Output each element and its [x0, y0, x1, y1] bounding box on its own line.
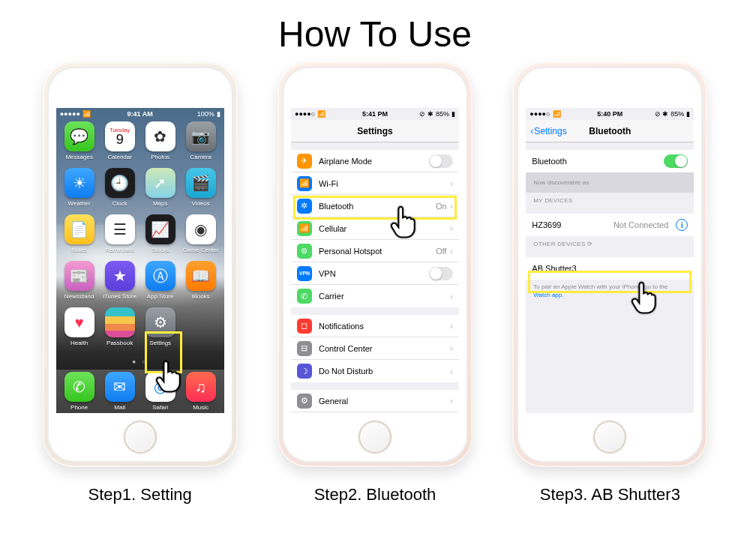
messages-icon: 💬	[64, 121, 94, 151]
chevron-right-icon: ›	[450, 395, 453, 406]
app-itunesstore[interactable]: ★iTunes Store	[101, 261, 139, 300]
app-reminders[interactable]: ☰Reminders	[101, 214, 139, 253]
app-newsstand[interactable]: 📰Newsstand	[61, 261, 98, 300]
settings-row-notifications[interactable]: ◻Notifications›	[291, 315, 459, 337]
app-notes[interactable]: 📄Notes	[61, 214, 98, 253]
newsstand-icon: 📰	[64, 261, 94, 291]
app-weather[interactable]: ☀Weather	[61, 168, 98, 207]
device-name: HZ3699	[532, 220, 614, 229]
device-row-hz3699[interactable]: HZ3699Not Connectedi	[526, 214, 694, 236]
page-dots: ● ○	[56, 358, 224, 365]
settings-row-bluetooth[interactable]: ✲BluetoothOn›	[291, 195, 459, 217]
settings-row-display-brightness[interactable]: ᴀADisplay & Brightness›	[291, 412, 459, 413]
settings-list: ✈Airplane Mode📶Wi-Fi›✲BluetoothOn›📶Cellu…	[291, 150, 459, 413]
app-messages[interactable]: 💬Messages	[61, 121, 98, 160]
bluetooth-toggle[interactable]	[664, 154, 688, 168]
calendar-icon: Tuesday9	[105, 121, 135, 151]
bluetooth-icon: ✲	[297, 199, 312, 214]
app-passbook[interactable]: Passbook	[101, 307, 139, 346]
music-icon: ♫	[186, 372, 216, 402]
chevron-right-icon: ›	[450, 223, 453, 234]
dock-phone[interactable]: ✆Phone	[64, 372, 94, 411]
ibooks-icon: 📖	[186, 261, 216, 291]
nav-title: Bluetooth	[589, 126, 631, 136]
row-value: Off	[436, 247, 446, 256]
safari-icon: ◎	[146, 372, 176, 402]
clock-icon: 🕘	[105, 168, 135, 198]
settings-gear-icon: ⚙	[146, 307, 176, 337]
chevron-right-icon: ›	[450, 245, 453, 256]
row-label: Airplane Mode	[319, 157, 429, 166]
app-gamecenter[interactable]: ◉Game Center	[182, 214, 220, 253]
status-bar: ●●●●○ 📶 5:41 PM ⊘ ✱ 85% ▮	[291, 108, 459, 120]
dock-safari[interactable]: ◎Safari	[146, 372, 176, 411]
health-icon: ♥	[64, 307, 94, 337]
app-appstore[interactable]: ⒶApp Store	[142, 261, 179, 300]
toggle[interactable]	[429, 267, 453, 280]
iphone-gold: ●●●●● 📶 9:41 AM 100% ▮ 💬Messages Tuesday…	[43, 62, 238, 467]
device-row-ab-shutter3[interactable]: AB Shutter3	[526, 257, 694, 280]
carrier-icon: ✆	[297, 289, 312, 304]
iphone-rose: ●●●●○ 📶 5:40 PM ⊘ ✱ 85% ▮ ‹Settings Blue…	[512, 62, 707, 467]
dock-music[interactable]: ♫Music	[186, 372, 216, 411]
home-button[interactable]	[593, 421, 626, 454]
row-label: Do Not Disturb	[319, 367, 450, 376]
app-camera[interactable]: 📷Camera	[182, 121, 220, 160]
device-name: AB Shutter3	[532, 264, 688, 273]
row-label: Bluetooth	[319, 202, 436, 211]
app-ibooks[interactable]: 📖iBooks	[182, 261, 220, 300]
home-button[interactable]	[358, 421, 392, 454]
app-maps[interactable]: ➚Maps	[142, 168, 179, 207]
app-settings[interactable]: ⚙Settings	[142, 307, 179, 346]
settings-row-control-center[interactable]: ⊟Control Center›	[291, 337, 459, 360]
row-value: On	[436, 202, 447, 211]
settings-row-do-not-disturb[interactable]: ☽Do Not Disturb›	[291, 360, 459, 382]
app-health[interactable]: ♥Health	[61, 307, 98, 346]
dock-mail[interactable]: ✉Mail	[105, 372, 135, 411]
appstore-icon: Ⓐ	[146, 261, 176, 291]
videos-icon: 🎬	[186, 168, 216, 198]
wifi-icon: 📶	[297, 176, 312, 191]
step2-caption: Step2. Bluetooth	[314, 485, 436, 505]
signal-dots-icon: ●●●●●	[60, 110, 80, 118]
battery-text: 85%	[436, 110, 449, 118]
settings-row-personal-hotspot[interactable]: ⊚Personal HotspotOff›	[291, 240, 459, 262]
settings-row-airplane-mode[interactable]: ✈Airplane Mode	[291, 150, 459, 172]
page-title: How To Use	[0, 0, 750, 62]
app-videos[interactable]: 🎬Videos	[182, 168, 220, 207]
settings-row-wi-fi[interactable]: 📶Wi-Fi›	[291, 172, 459, 195]
settings-row-cellular[interactable]: 📶Cellular›	[291, 217, 459, 240]
vpn-icon: VPN	[297, 266, 312, 281]
settings-row-carrier[interactable]: ✆Carrier›	[291, 285, 459, 307]
row-label: Personal Hotspot	[319, 247, 436, 256]
app-clock[interactable]: 🕘Clock	[101, 168, 139, 207]
step3-column: ●●●●○ 📶 5:40 PM ⊘ ✱ 85% ▮ ‹Settings Blue…	[512, 62, 707, 505]
chevron-right-icon: ›	[450, 200, 453, 211]
bluetooth-list: Bluetooth Now discoverable as MY DEVICES…	[526, 150, 694, 303]
toggle[interactable]	[429, 154, 453, 168]
chevron-left-icon: ‹	[530, 126, 533, 136]
signal-dots-icon: ●●●●○	[530, 110, 550, 118]
app-stocks[interactable]: 📈Stocks	[142, 214, 179, 253]
camera-icon: 📷	[186, 121, 216, 151]
app-photos[interactable]: ✿Photos	[142, 121, 179, 160]
app-calendar[interactable]: Tuesday9Calendar	[101, 121, 139, 160]
home-screen: ●●●●● 📶 9:41 AM 100% ▮ 💬Messages Tuesday…	[56, 108, 224, 413]
info-icon[interactable]: i	[676, 219, 688, 231]
discoverable-text: Now discoverable as	[526, 172, 694, 193]
step3-caption: Step3. AB Shutter3	[540, 485, 680, 505]
cellular-icon: 📶	[297, 221, 312, 236]
row-label: General	[319, 397, 450, 406]
home-button[interactable]	[124, 421, 157, 454]
settings-row-vpn[interactable]: VPNVPN	[291, 262, 459, 285]
spinner-icon: ⟳	[587, 241, 592, 247]
settings-row-general[interactable]: ⚙General›	[291, 390, 459, 412]
stocks-icon: 📈	[146, 214, 176, 244]
watch-app-link[interactable]: Watch app.	[533, 292, 563, 298]
back-button[interactable]: ‹Settings	[530, 126, 566, 136]
bluetooth-toggle-row[interactable]: Bluetooth	[526, 150, 694, 172]
phone-row: ●●●●● 📶 9:41 AM 100% ▮ 💬Messages Tuesday…	[0, 62, 750, 505]
dock: ✆Phone ✉Mail ◎Safari ♫Music	[56, 370, 224, 413]
nav-bar: ‹Settings Bluetooth	[526, 120, 694, 142]
phone-icon: ✆	[64, 372, 94, 402]
